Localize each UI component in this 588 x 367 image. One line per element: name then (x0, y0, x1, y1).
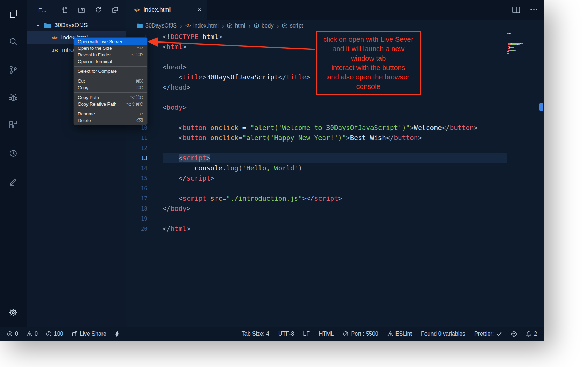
code-line[interactable]: 13 <script> (126, 153, 544, 163)
code-line[interactable]: 9 (126, 113, 544, 123)
status-label: Live Share (80, 331, 107, 337)
line-number[interactable]: 20 (126, 224, 148, 234)
context-menu-item[interactable]: Rename↩ (74, 110, 147, 117)
code-line[interactable]: 17 <script src="./introduction.js"></scr… (126, 193, 544, 204)
symbol-cube-icon (227, 23, 232, 29)
split-editor-icon[interactable] (512, 6, 520, 13)
status-feedback-smiley[interactable] (511, 331, 517, 337)
status-label: 0 (35, 331, 38, 337)
tab-index-html[interactable]: </> index.html (126, 0, 207, 20)
line-number[interactable]: 15 (126, 173, 148, 183)
feedback-icon[interactable] (0, 167, 27, 195)
chevron-down-icon (36, 23, 40, 28)
line-number[interactable]: 11 (126, 133, 148, 143)
context-menu-item[interactable]: Copy Path⌥⌘C (74, 94, 147, 101)
refresh-icon[interactable] (95, 6, 102, 13)
collapse-all-icon[interactable] (112, 6, 119, 13)
new-file-icon[interactable] (61, 6, 68, 13)
menu-separator (74, 109, 147, 109)
context-menu: Open with Live ServerOpen to the Side^↩R… (74, 37, 147, 125)
status-label: Port : 5500 (351, 331, 378, 337)
context-menu-item[interactable]: Select for Compare (74, 68, 147, 75)
menu-item-label: Open in Terminal (78, 59, 112, 64)
new-folder-icon[interactable] (78, 6, 85, 13)
menu-item-label: Rename (78, 111, 95, 116)
warning-icon (387, 331, 393, 337)
context-menu-item[interactable]: Delete⌫ (74, 117, 147, 124)
status-label: Found 0 variables (421, 331, 465, 337)
context-menu-item[interactable]: Cut⌘X (74, 78, 147, 84)
line-number[interactable]: 12 (126, 143, 148, 153)
context-menu-item[interactable]: Reveal in Finder⌥⌘R (74, 52, 147, 58)
status-notifications[interactable]: 2 (526, 331, 537, 337)
overview-ruler-marker (539, 103, 543, 111)
code-line[interactable]: 11 <button onclick="alert('Happy New Yea… (126, 133, 544, 143)
status-eol[interactable]: LF (303, 331, 310, 337)
breadcrumb-symbol-script[interactable]: script (282, 23, 303, 29)
status-variables[interactable]: Found 0 variables (421, 331, 465, 337)
status-label: HTML (319, 331, 334, 337)
breadcrumb-separator-icon: › (277, 22, 279, 29)
status-prettier[interactable]: Prettier: (474, 331, 502, 337)
more-actions-icon[interactable] (530, 9, 538, 11)
code-line[interactable]: 14 console.log('Hello, World') (126, 163, 544, 173)
explorer-icon[interactable] (0, 0, 27, 28)
explorer-title: E... (38, 7, 46, 13)
line-number[interactable]: 17 (126, 193, 148, 204)
context-menu-item[interactable]: Open with Live Server (74, 38, 147, 45)
code-line[interactable]: 8<body> (126, 102, 544, 113)
annotation-line: console (318, 82, 419, 91)
status-live-share[interactable]: Live Share (72, 331, 107, 337)
context-menu-item[interactable]: Open in Terminal (74, 58, 147, 65)
line-number[interactable]: 16 (126, 183, 148, 193)
settings-gear-icon[interactable] (0, 299, 27, 327)
status-port[interactable]: Port : 5500 (343, 331, 378, 337)
code-line[interactable]: 12 (126, 143, 544, 153)
code-line[interactable]: 10 <button onclick = "alert('Welcome to … (126, 123, 544, 133)
indent-guide (163, 52, 163, 223)
status-info[interactable]: 100 (46, 331, 63, 337)
context-menu-item[interactable]: Copy Relative Path⌥⇧⌘C (74, 101, 147, 107)
context-menu-item[interactable]: Open to the Side^↩ (74, 45, 147, 52)
annotation-line: click on open with Live Sever (318, 35, 419, 44)
line-number[interactable]: 14 (126, 163, 148, 173)
status-label: Tab Size: 4 (242, 331, 269, 337)
breadcrumb-file[interactable]: </> index.html (185, 23, 219, 29)
line-number[interactable]: 19 (126, 214, 148, 224)
history-icon[interactable] (0, 139, 27, 167)
tab-bar: </> index.html (126, 0, 544, 20)
code-line[interactable]: 19 (126, 214, 544, 224)
breadcrumb-folder[interactable]: 30DaysOfJS (137, 23, 177, 29)
search-icon[interactable] (0, 28, 27, 56)
tree-folder-root[interactable]: 30DaysOfJS (27, 20, 126, 31)
bolt-icon (115, 331, 120, 337)
status-label: LF (303, 331, 310, 337)
breadcrumb-symbol-body[interactable]: body (254, 23, 274, 29)
vscode-window: E... 30DaysOfJS </> index.html JS intr (0, 0, 544, 341)
status-errors[interactable]: 0 (7, 331, 18, 337)
line-number[interactable]: 13 (126, 153, 148, 163)
status-language[interactable]: HTML (319, 331, 334, 337)
code-line[interactable]: 16 (126, 183, 544, 193)
context-menu-item[interactable]: Copy⌘C (74, 84, 147, 91)
status-encoding[interactable]: UTF-8 (278, 331, 294, 337)
code-line-content: <script src="./introduction.js"></script… (163, 193, 544, 204)
breadcrumb-separator-icon: › (248, 22, 250, 29)
status-eslint[interactable]: ESLint (387, 331, 412, 337)
breadcrumb-symbol-html[interactable]: html (227, 23, 245, 29)
status-tab-size[interactable]: Tab Size: 4 (242, 331, 269, 337)
status-bolt[interactable] (115, 331, 120, 337)
code-line[interactable]: 18</body> (126, 204, 544, 214)
overview-ruler[interactable] (539, 32, 544, 327)
menu-item-label: Copy (78, 85, 88, 90)
source-control-icon[interactable] (0, 56, 27, 84)
minimap[interactable] (507, 32, 539, 327)
line-number[interactable]: 18 (126, 204, 148, 214)
code-line[interactable]: 15 </script> (126, 173, 544, 183)
extensions-icon[interactable] (0, 112, 27, 139)
close-icon[interactable] (197, 7, 202, 13)
symbol-cube-icon (254, 23, 259, 29)
status-warnings[interactable]: 0 (27, 331, 38, 337)
run-debug-icon[interactable] (0, 84, 27, 112)
code-line[interactable]: 20</html> (126, 224, 544, 234)
